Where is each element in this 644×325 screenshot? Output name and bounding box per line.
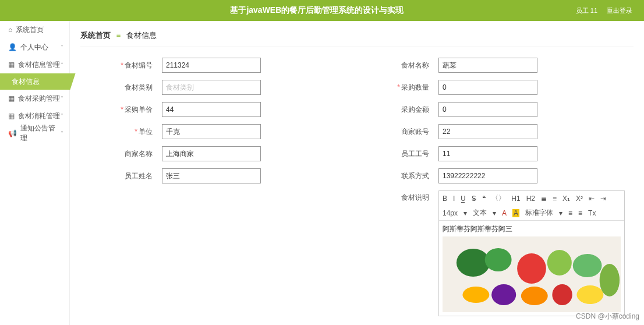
h2-icon[interactable]: H2 — [526, 195, 535, 203]
total-input[interactable] — [438, 102, 537, 117]
row-staff-no: 员工工号 — [357, 146, 634, 161]
svg-point-9 — [552, 284, 572, 305]
field-label: 食材编号 — [125, 61, 153, 69]
sidebar-sub-ingredient-info[interactable]: 食材信息 — [0, 73, 69, 90]
staff-no-input[interactable] — [438, 146, 537, 161]
chevron-down-icon: ˅ — [61, 96, 63, 102]
current-user[interactable]: 员工 11 — [576, 6, 597, 15]
outdent-icon[interactable]: ⇤ — [589, 195, 595, 203]
chevron-down-icon: ˅ — [61, 113, 63, 119]
field-label: 员工姓名 — [125, 172, 153, 180]
list-ol-icon[interactable]: ≣ — [541, 195, 547, 203]
ingredient-name-input[interactable] — [438, 58, 537, 73]
top-bar: 基于javaWEB的餐厅后勤管理系统的设计与实现 员工 11 重出登录 — [0, 0, 644, 21]
sidebar-item-notice[interactable]: 📢 通知公告管理 ˅ — [0, 125, 69, 142]
sidebar-sub-label: 食材信息 — [12, 77, 40, 87]
h1-icon[interactable]: H1 — [511, 195, 520, 203]
superscript-icon[interactable]: X² — [576, 195, 583, 203]
bold-icon[interactable]: B — [443, 195, 447, 203]
row-merchant-name: 商家名称 — [80, 146, 357, 161]
svg-point-5 — [573, 254, 602, 277]
row-contact: 联系方式 — [357, 168, 634, 183]
sidebar-item-label: 系统首页 — [16, 25, 63, 35]
rich-text-editor: B I U̲ S̶ ❝ 〈〉 H1 H2 ≣ ≡ X₁ — [438, 190, 625, 316]
svg-point-11 — [600, 264, 620, 296]
quantity-input[interactable] — [438, 80, 537, 95]
field-label: 食材类别 — [125, 83, 153, 91]
clear-format-icon[interactable]: Tx — [588, 209, 596, 217]
row-merchant-account: 商家账号 — [357, 124, 634, 139]
field-label: 联系方式 — [401, 172, 429, 180]
ingredient-no-input[interactable] — [162, 58, 261, 73]
underline-icon[interactable]: U̲ — [461, 195, 466, 203]
align-icon[interactable]: ≡ — [568, 209, 572, 217]
bg-color-icon[interactable]: A — [512, 209, 519, 217]
chevron-down-icon: ˅ — [61, 44, 63, 51]
field-label: 商家名称 — [125, 150, 153, 158]
strike-icon[interactable]: S̶ — [472, 195, 476, 203]
divider — [80, 47, 634, 47]
form-right-column: 食材名称 *采购数量 采购金额 商家账号 员工工号 — [357, 58, 634, 316]
category-input[interactable] — [162, 80, 261, 95]
dropdown-icon[interactable]: ▾ — [463, 209, 467, 217]
field-label: 采购金额 — [401, 105, 429, 114]
subscript-icon[interactable]: X₁ — [562, 195, 570, 203]
user-icon: 👤 — [8, 43, 17, 51]
svg-point-2 — [485, 248, 512, 271]
row-unit-price: *采购单价 — [80, 102, 357, 117]
block-select[interactable]: 文本 — [473, 208, 487, 218]
breadcrumb-sep-icon: ≡ — [116, 31, 121, 40]
field-label: 商家账号 — [401, 128, 429, 136]
grid-icon: ▦ — [8, 112, 15, 120]
field-label: 食材名称 — [401, 61, 429, 69]
row-unit: *单位 — [80, 124, 357, 139]
text-color-icon[interactable]: A — [502, 209, 507, 217]
breadcrumb-current: 食材信息 — [126, 31, 157, 40]
logout-link[interactable]: 重出登录 — [607, 6, 632, 15]
content-area: 系统首页 ≡ 食材信息 *食材编号 食材类别 *采购单价 — [70, 21, 644, 325]
list-ul-icon[interactable]: ≡ — [553, 195, 557, 203]
row-description: 食材说明 B I U̲ S̶ ❝ 〈〉 H1 H2 — [357, 190, 634, 316]
align-icon[interactable]: ≡ — [578, 209, 582, 217]
row-quantity: *采购数量 — [357, 80, 634, 95]
sidebar: ⌂ 系统首页 👤 个人中心 ˅ ▦ 食材信息管理 ˄ 食材信息 ▦ 食材采购管理… — [0, 21, 70, 325]
staff-name-input[interactable] — [162, 168, 261, 183]
chevron-down-icon: ˅ — [61, 130, 63, 137]
sidebar-item-ingredient-info[interactable]: ▦ 食材信息管理 ˄ — [0, 56, 69, 73]
contact-input[interactable] — [438, 168, 537, 183]
form: *食材编号 食材类别 *采购单价 *单位 商家名称 — [80, 58, 634, 316]
breadcrumb: 系统首页 ≡ 食材信息 — [80, 27, 634, 47]
home-icon: ⌂ — [8, 26, 12, 34]
indent-icon[interactable]: ⇥ — [600, 195, 606, 203]
quote-icon[interactable]: ❝ — [482, 195, 486, 203]
sidebar-item-consume[interactable]: ▦ 食材消耗管理 ˅ — [0, 107, 69, 125]
row-ingredient-no: *食材编号 — [80, 58, 357, 73]
svg-point-10 — [576, 285, 603, 304]
sidebar-item-profile[interactable]: 👤 个人中心 ˅ — [0, 38, 69, 56]
svg-point-4 — [547, 250, 572, 275]
editor-body[interactable]: 阿斯蒂芬阿斯蒂芬阿三 — [439, 221, 624, 316]
top-bar-right: 员工 11 重出登录 — [576, 6, 632, 15]
app-title: 基于javaWEB的餐厅后勤管理系统的设计与实现 — [58, 5, 576, 16]
font-size-select[interactable]: 14px — [443, 209, 458, 217]
code-icon[interactable]: 〈〉 — [491, 193, 505, 203]
italic-icon[interactable]: I — [453, 195, 455, 203]
merchant-account-input[interactable] — [438, 124, 537, 139]
unit-input[interactable] — [162, 124, 261, 139]
sidebar-item-home[interactable]: ⌂ 系统首页 — [0, 21, 69, 38]
svg-point-6 — [462, 287, 489, 303]
field-label: 采购单价 — [125, 105, 153, 114]
sidebar-item-purchase[interactable]: ▦ 食材采购管理 ˅ — [0, 90, 69, 107]
dropdown-icon[interactable]: ▾ — [493, 209, 496, 217]
sidebar-item-label: 食材信息管理 — [18, 60, 61, 70]
editor-text: 阿斯蒂芬阿斯蒂芬阿三 — [443, 224, 621, 234]
grid-icon: ▦ — [8, 94, 15, 103]
sidebar-item-label: 通知公告管理 — [20, 123, 61, 143]
row-total: 采购金额 — [357, 102, 634, 117]
breadcrumb-root[interactable]: 系统首页 — [80, 31, 111, 40]
form-left-column: *食材编号 食材类别 *采购单价 *单位 商家名称 — [80, 58, 357, 316]
font-family-select[interactable]: 标准字体 — [525, 208, 553, 218]
merchant-name-input[interactable] — [162, 146, 261, 161]
dropdown-icon[interactable]: ▾ — [559, 209, 562, 217]
unit-price-input[interactable] — [162, 102, 261, 117]
